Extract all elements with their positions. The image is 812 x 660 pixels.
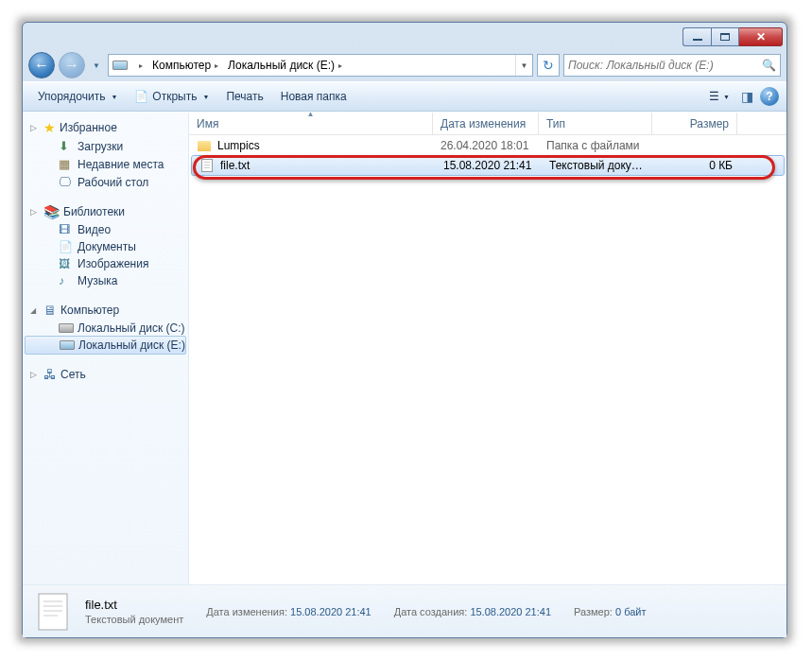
breadcrumb-root[interactable]: ▸ [131,55,148,76]
open-button[interactable]: 📄Открыть▼ [127,86,216,107]
video-icon: 🎞 [59,223,74,236]
main-content: ★Избранное ⬇Загрузки ▦Недавние места 🖵Ра… [23,112,786,584]
titlebar: ✕ [23,23,786,49]
details-size-label: Размер: [574,606,613,617]
column-date[interactable]: Дата изменения [433,113,539,134]
sidebar-item-docs[interactable]: 📄Документы [23,238,188,255]
breadcrumb-computer[interactable]: Компьютер▸ [148,55,224,76]
preview-pane-button[interactable]: ◨ [735,85,758,108]
file-name: file.txt [220,159,250,172]
file-date: 26.04.2020 18:01 [433,139,539,152]
details-type: Текстовый документ [85,614,183,625]
details-size-value: 0 байт [615,606,647,617]
explorer-window: ✕ ← → ▼ ▸ Компьютер▸ Локальный диск (E:)… [22,22,787,638]
minimize-button[interactable] [682,27,711,46]
search-box[interactable]: 🔍 [563,54,781,77]
sidebar-network[interactable]: 🖧Сеть [23,365,188,384]
file-rows: Lumpics 26.04.2020 18:01 Папка с файлами… [189,135,786,584]
details-modified-value: 15.08.2020 21:41 [290,606,371,617]
folder-icon [197,138,212,153]
libraries-icon: 📚 [43,204,60,219]
details-created-label: Дата создания: [394,606,468,617]
print-button[interactable]: Печать [218,86,270,107]
open-icon: 📄 [134,90,148,103]
refresh-button[interactable]: ↻ [537,54,560,77]
drive-icon [60,340,75,350]
sidebar-item-desktop[interactable]: 🖵Рабочий стол [23,173,188,191]
breadcrumb-drive-e[interactable]: Локальный диск (E:)▸ [224,55,348,76]
star-icon: ★ [43,120,56,135]
sidebar-libraries[interactable]: 📚Библиотеки [23,202,188,221]
sidebar-computer[interactable]: 🖥Компьютер [23,301,188,320]
view-mode-button[interactable]: ☰▼ [705,88,734,105]
organize-button[interactable]: Упорядочить▼ [30,86,125,107]
sidebar-item-drive-c[interactable]: Локальный диск (C:) [23,320,188,337]
file-size: 0 КБ [655,159,740,172]
new-folder-button[interactable]: Новая папка [273,86,354,107]
details-modified-label: Дата изменения: [206,606,287,617]
file-type: Текстовый докум... [542,159,655,172]
details-pane: file.txt Текстовый документ Дата изменен… [23,584,786,637]
address-bar[interactable]: ▸ Компьютер▸ Локальный диск (E:)▸ ▼ [108,54,533,77]
address-dropdown[interactable]: ▼ [515,55,532,76]
column-name[interactable]: Имя▲ [189,113,433,134]
column-type[interactable]: Тип [539,113,652,134]
sidebar-item-recent[interactable]: ▦Недавние места [23,155,188,173]
sidebar-item-pics[interactable]: 🖼Изображения [23,255,188,272]
details-name: file.txt [85,598,183,612]
text-file-icon [199,158,215,173]
help-button[interactable]: ? [760,87,779,106]
drive-icon [112,58,128,73]
search-input[interactable] [568,59,762,72]
search-icon: 🔍 [762,59,776,72]
close-button[interactable]: ✕ [739,27,783,46]
file-row-folder[interactable]: Lumpics 26.04.2020 18:01 Папка с файлами [189,135,786,156]
sidebar-item-drive-e[interactable]: Локальный диск (E:) [25,336,186,355]
file-date: 15.08.2020 21:41 [436,159,542,172]
svg-rect-0 [39,594,67,630]
maximize-button[interactable] [711,27,739,46]
navbar: ← → ▼ ▸ Компьютер▸ Локальный диск (E:)▸ … [23,49,786,81]
downloads-icon: ⬇ [59,139,74,153]
computer-icon: 🖥 [43,303,57,318]
drive-icon [59,323,74,333]
sidebar-item-downloads[interactable]: ⬇Загрузки [23,137,188,155]
file-name: Lumpics [217,139,260,152]
nav-history-dropdown[interactable]: ▼ [89,56,104,75]
forward-button[interactable]: → [59,52,85,78]
music-icon: ♪ [59,274,74,287]
sidebar-favorites[interactable]: ★Избранное [23,118,188,137]
pictures-icon: 🖼 [59,257,74,270]
details-created-value: 15.08.2020 21:41 [470,606,551,617]
document-icon: 📄 [59,240,74,253]
details-file-icon [34,592,74,632]
recent-icon: ▦ [59,157,74,171]
sidebar-item-music[interactable]: ♪Музыка [23,272,188,289]
column-size[interactable]: Размер [652,113,737,134]
column-headers: Имя▲ Дата изменения Тип Размер [189,113,786,135]
sort-indicator-icon: ▲ [307,112,315,118]
sidebar-item-video[interactable]: 🎞Видео [23,221,188,238]
file-row-txt[interactable]: file.txt 15.08.2020 21:41 Текстовый доку… [191,155,785,176]
view-icon: ☰ [709,90,719,103]
back-button[interactable]: ← [28,52,55,78]
sidebar: ★Избранное ⬇Загрузки ▦Недавние места 🖵Ра… [23,113,189,584]
toolbar: Упорядочить▼ 📄Открыть▼ Печать Новая папк… [23,81,786,112]
file-list: Имя▲ Дата изменения Тип Размер Lumpics 2… [189,113,786,584]
network-icon: 🖧 [43,367,57,382]
file-type: Папка с файлами [539,139,652,152]
desktop-icon: 🖵 [59,175,74,189]
